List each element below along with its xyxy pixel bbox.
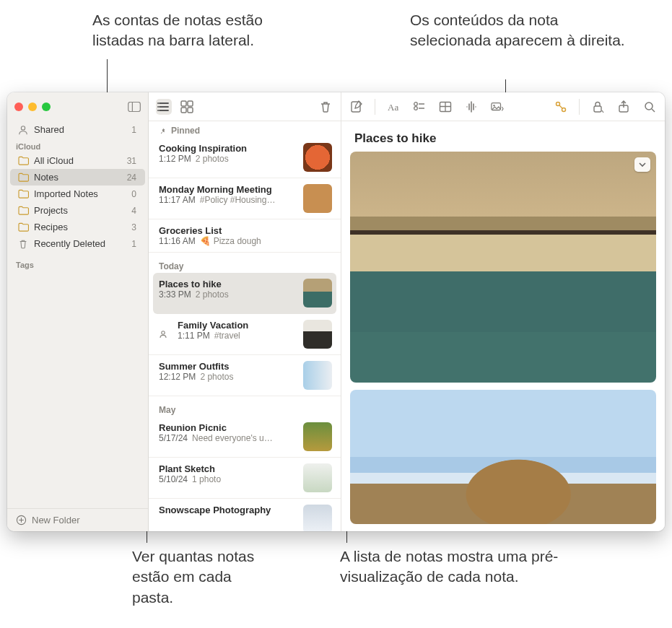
sidebar-item-count: 1 <box>131 239 136 249</box>
may-section-header[interactable]: May <box>149 396 341 417</box>
pin-icon <box>159 127 167 135</box>
svg-rect-8 <box>188 101 193 106</box>
note-meta: 12:12 PM2 photos <box>159 372 296 382</box>
notes-window: Shared 1 iCloud All iCloud 31 Notes 24 I… <box>7 92 665 531</box>
sidebar-item-all-icloud[interactable]: All iCloud 31 <box>10 152 145 169</box>
folder-icon <box>17 222 29 232</box>
svg-point-14 <box>414 102 418 105</box>
gallery-view-button[interactable] <box>179 99 195 115</box>
folder-icon <box>17 189 29 199</box>
list-view-button[interactable] <box>156 99 172 115</box>
sidebar-item-count: 24 <box>127 173 136 183</box>
note-meta: 1:12 PM2 photos <box>159 154 296 164</box>
audio-button[interactable] <box>463 99 479 115</box>
sidebar-item-recipes[interactable]: Recipes 3 <box>10 219 145 235</box>
note-title: Cooking Inspiration <box>159 143 296 154</box>
sidebar-item-projects[interactable]: Projects 4 <box>10 202 145 219</box>
media-button[interactable] <box>489 99 505 115</box>
svg-point-6 <box>157 110 159 111</box>
toolbar-separator <box>579 99 580 115</box>
shared-icon <box>159 320 169 349</box>
note-title: Monday Morning Meeting <box>159 184 296 195</box>
note-thumbnail <box>303 422 332 451</box>
folder-icon <box>17 206 29 215</box>
note-item-places-to-hike[interactable]: Places to hike 3:33 PM2 photos <box>153 273 336 314</box>
note-item-groceries-list[interactable]: Groceries List 11:16 AM🍕Pizza dough <box>149 219 341 253</box>
format-button[interactable]: Aa <box>385 99 401 115</box>
svg-point-15 <box>414 106 418 110</box>
notes-list-body: Pinned Cooking Inspiration 1:12 PM2 phot… <box>149 121 341 531</box>
callout-top-left: As contas de notas estão listadas na bar… <box>92 10 309 51</box>
note-thumbnail <box>303 279 332 308</box>
editor-toolbar: Aa <box>341 92 665 121</box>
sidebar-item-count: 31 <box>127 156 136 166</box>
note-photo-1[interactable] <box>350 152 656 383</box>
note-item-plant-sketch[interactable]: Plant Sketch 5/10/241 photo <box>149 458 341 499</box>
sidebar-toggle-button[interactable] <box>128 102 141 112</box>
checklist-button[interactable] <box>411 99 427 115</box>
svg-point-20 <box>562 108 566 111</box>
toolbar-separator <box>375 99 375 115</box>
note-item-monday-meeting[interactable]: Monday Morning Meeting 11:17 AM#Policy #… <box>149 178 341 219</box>
plus-circle-icon <box>16 515 27 525</box>
note-content[interactable]: Places to hike <box>341 121 665 531</box>
notes-list-toolbar <box>149 92 341 121</box>
link-note-button[interactable] <box>553 99 569 115</box>
today-section-header[interactable]: Today <box>149 253 341 273</box>
sidebar-item-label: Imported Notes <box>34 188 126 199</box>
new-folder-label: New Folder <box>32 515 79 525</box>
search-button[interactable] <box>642 99 658 115</box>
sidebar-item-notes[interactable]: Notes 24 <box>10 169 145 186</box>
note-thumbnail <box>303 505 332 531</box>
sidebar-item-count: 0 <box>131 189 136 199</box>
callout-bottom-left: Ver quantas notas estão em cada pasta. <box>132 546 276 608</box>
svg-point-18 <box>493 105 494 106</box>
new-note-button[interactable] <box>349 99 365 115</box>
traffic-lights <box>14 103 51 111</box>
sidebar-item-label: All iCloud <box>34 155 122 166</box>
sidebar: Shared 1 iCloud All iCloud 31 Notes 24 I… <box>7 92 149 531</box>
sidebar-tags-label: Tags <box>7 256 148 271</box>
note-photo-2[interactable] <box>350 390 656 524</box>
note-item-reunion-picnic[interactable]: Reunion Picnic 5/17/24Need everyone's u… <box>149 417 341 458</box>
sidebar-item-label: Shared <box>34 124 126 135</box>
photo-actions-button[interactable] <box>634 157 650 172</box>
lock-button[interactable] <box>590 99 606 115</box>
note-item-family-vacation[interactable]: Family Vacation 1:11 PM#travel <box>149 314 341 355</box>
note-thumbnail <box>303 184 332 213</box>
sidebar-item-count: 1 <box>131 125 136 135</box>
trash-icon <box>17 239 29 249</box>
callout-bottom-right: A lista de notas mostra uma pré-visualiz… <box>340 546 614 588</box>
pizza-icon: 🍕 <box>200 236 211 246</box>
fullscreen-window-button[interactable] <box>42 103 51 111</box>
sidebar-account-label: iCloud <box>7 138 148 152</box>
note-item-cooking-inspiration[interactable]: Cooking Inspiration 1:12 PM2 photos <box>149 137 341 178</box>
note-title: Groceries List <box>159 225 332 236</box>
sidebar-item-label: Recipes <box>34 222 126 232</box>
note-title: Family Vacation <box>178 320 296 331</box>
sidebar-item-shared[interactable]: Shared 1 <box>10 121 145 138</box>
share-button[interactable] <box>616 99 632 115</box>
new-folder-button[interactable]: New Folder <box>7 508 148 531</box>
svg-rect-21 <box>594 106 601 112</box>
today-label: Today <box>159 261 183 271</box>
note-item-summer-outfits[interactable]: Summer Outfits 12:12 PM2 photos <box>149 355 341 396</box>
minimize-window-button[interactable] <box>28 103 37 111</box>
note-item-snowscape[interactable]: Snowscape Photography <box>149 499 341 531</box>
svg-point-2 <box>21 126 25 129</box>
svg-point-19 <box>557 102 560 105</box>
close-window-button[interactable] <box>14 103 23 111</box>
svg-rect-10 <box>188 108 193 113</box>
sidebar-item-recently-deleted[interactable]: Recently Deleted 1 <box>10 235 145 252</box>
note-thumbnail <box>303 361 332 390</box>
delete-note-button[interactable] <box>318 99 333 115</box>
notes-list-pane: Pinned Cooking Inspiration 1:12 PM2 phot… <box>149 92 341 531</box>
pinned-section-header[interactable]: Pinned <box>149 121 341 137</box>
table-button[interactable] <box>437 99 453 115</box>
folder-icon <box>17 173 29 182</box>
window-titlebar <box>7 92 148 121</box>
sidebar-item-imported-notes[interactable]: Imported Notes 0 <box>10 186 145 202</box>
sidebar-list: Shared 1 iCloud All iCloud 31 Notes 24 I… <box>7 121 148 508</box>
svg-point-23 <box>645 103 653 110</box>
note-title: Summer Outfits <box>159 361 296 372</box>
